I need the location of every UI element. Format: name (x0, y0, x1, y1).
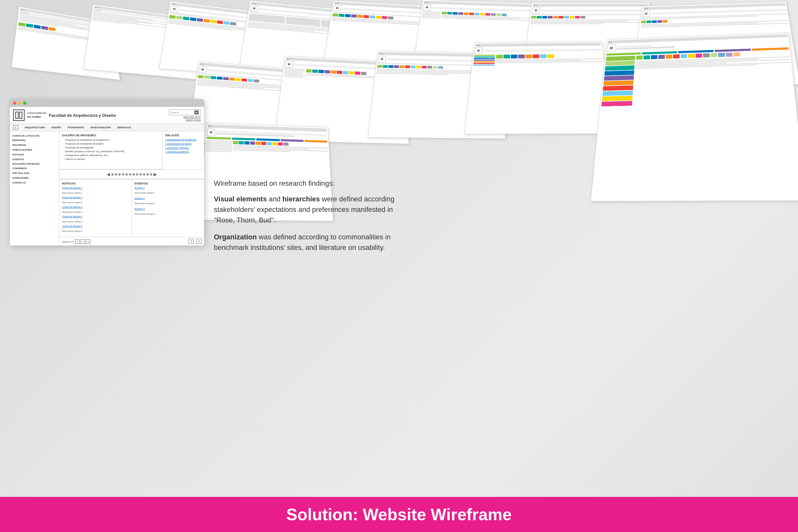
news-title-1[interactable]: •Título de Noticia 2 (62, 196, 129, 199)
wireframe-page-12: M (464, 41, 612, 134)
news-item-3: •Título de Noticia 5 Texto breve noticia… (62, 215, 129, 224)
search-box: Buscar... ▶ (169, 110, 201, 115)
sidebar-item-2[interactable]: RECURSOS (13, 142, 57, 148)
wireframe-page-13: M (590, 33, 798, 202)
logo-area: Universidad de los Andes Facultad de Arq… (13, 110, 116, 121)
faculty-title: Facultad de Arquitectura y Diseño (49, 113, 116, 118)
wireframe-nav: ⌂ ARQUITECTURA DISEÑO POSGRADOS INVESTIG… (10, 124, 204, 131)
desc-para-1: Visual elements and hierarchies were def… (214, 194, 399, 225)
dot-yellow (18, 101, 21, 105)
sidebar-item-9[interactable]: DONACIONES (13, 175, 57, 180)
instagram-icon[interactable]: fi (86, 239, 90, 244)
gallery-dot-4[interactable] (122, 173, 124, 175)
gallery-dot-5[interactable] (126, 173, 128, 175)
gallery-dot-2[interactable] (115, 173, 117, 175)
gallery-item-2: - Proyectos de investigación (64, 146, 160, 150)
wireframe-main-content: GALERÍA DE IMÁGENES: - Proyectos de estu… (59, 131, 204, 245)
home-icon[interactable]: ⌂ (13, 125, 18, 130)
sidebar-item-3[interactable]: PUBLICACIONES (13, 148, 57, 152)
nav-servicios[interactable]: SERVICIOS (117, 126, 131, 129)
wireframe-titlebar (10, 99, 204, 107)
social-area: Sígnanos en: f t fi (62, 239, 90, 244)
news-item-1: •Título de Noticia 2 Texto breve noticia… (62, 196, 129, 205)
links-section: ENLACES • Departamento de Arquitectura •… (163, 131, 204, 169)
sidebar-item-1[interactable]: PERSONAL (13, 138, 57, 142)
gallery-dot-6[interactable] (129, 173, 131, 175)
bottom-bar: Solution: Website Wireframe (0, 497, 798, 532)
news-title-4[interactable]: •Título de Noticia 5 (62, 225, 129, 228)
news-title-0[interactable]: •Título de Noticia 1 (62, 186, 129, 189)
gallery-item-3: - Eventos (propios y externos -Ej.: prem… (64, 150, 160, 153)
gallery-prev[interactable]: ◀ (107, 172, 110, 177)
news-title-3[interactable]: •Título de Noticia 5 (62, 215, 129, 218)
gallery-dot-8[interactable] (136, 173, 138, 175)
description-area: Wireframe based on research findings: Vi… (214, 179, 399, 259)
sidebar-item-7[interactable]: CONVENIOS (13, 166, 57, 171)
sidebar-item-0[interactable]: ACERCA DE LA FACULTAD (13, 134, 57, 138)
gallery-dot-7[interactable] (132, 173, 135, 175)
search-area: Buscar... ▶ MAPA DEL SITIO English versi… (169, 110, 201, 121)
link-item-3[interactable]: • Calendario académico (165, 150, 202, 153)
gallery-item-4: - Instalaciones (talleres, laboratorios,… (64, 153, 160, 157)
news-title-2[interactable]: •Título de Noticia 3 (62, 206, 129, 208)
news-desc-1: Texto breve noticia 2 (62, 202, 82, 204)
search-button[interactable]: ▶ (194, 110, 198, 114)
sidebar-item-6[interactable]: EDUCACIÓN CONTINUADA (13, 162, 57, 166)
gallery-item-5: - Vida en el campus (64, 157, 160, 161)
gallery-next[interactable]: ▶ (154, 172, 157, 177)
gallery-pagination: ◀ ▶ (59, 170, 204, 179)
event-item-1: •Evento 2 Texto breve evento 2 (134, 197, 202, 206)
event-desc-1: Texto breve evento 2 (134, 202, 155, 205)
links-title: ENLACES (165, 134, 202, 137)
gallery-item-1: - Proyectos de estudiantes de Diseño (64, 142, 160, 146)
desc-para-2: Organization was defined according to co… (214, 232, 399, 253)
desc-hierarchies: hierarchies (283, 195, 320, 203)
event-name-2[interactable]: •Evento 3 (134, 207, 202, 210)
sidebar-item-8[interactable]: PDF 2011-2015 (13, 171, 57, 175)
nav-investigacion[interactable]: INVESTIGACIÓN (91, 126, 111, 129)
english-version-link[interactable]: English version (186, 119, 201, 121)
event-name-1[interactable]: •Evento 2 (134, 197, 202, 200)
noticias-title: NOTICIAS (62, 182, 129, 185)
gallery-dot-12[interactable] (150, 173, 152, 175)
social-label: Sígnanos en: (62, 241, 74, 243)
eventos-section: EVENTOS •Evento 1 Texto breve evento 1 •… (132, 179, 204, 237)
noticias-section: NOTICIAS •Título de Noticia 1 Texto brev… (59, 179, 132, 237)
gallery-dot-3[interactable] (118, 173, 121, 175)
twitter-icon[interactable]: t (80, 239, 85, 244)
sidebar-item-10[interactable]: CONTACTO (13, 180, 57, 185)
wireframe-header: Universidad de los Andes Facultad de Arq… (10, 107, 204, 124)
bottom-bar-title: Solution: Website Wireframe (286, 505, 512, 524)
wireframe-body: Universidad de los Andes Facultad de Arq… (10, 107, 204, 245)
event-desc-0: Texto breve evento 1 (134, 192, 155, 194)
map-link[interactable]: MAPA DEL SITIO (184, 116, 201, 118)
gallery-dot-11[interactable] (147, 173, 149, 175)
link-item-2[interactable]: • Admisiones y Registro (165, 147, 202, 150)
main-wireframe: Universidad de los Andes Facultad de Arq… (10, 99, 204, 246)
desc-intro: Wireframe based on research findings: (214, 179, 399, 189)
eventos-title: EVENTOS (134, 182, 202, 185)
gallery-dot-1[interactable] (111, 173, 114, 175)
news-desc-0: Texto breve noticia 1 (62, 192, 82, 194)
gallery-dot-10[interactable] (143, 173, 145, 175)
event-item-0: •Evento 1 Texto breve evento 1 (134, 186, 202, 195)
facebook-icon[interactable]: f (75, 239, 79, 244)
nav-posgrados[interactable]: POSGRADOS (68, 126, 84, 129)
desc-organization: Organization (214, 233, 256, 241)
logo-icon (13, 110, 24, 121)
event-desc-2: Texto breve evento 3 (134, 213, 155, 215)
link-item-0[interactable]: • Departamento de Arquitectura (165, 138, 202, 141)
news-desc-4: Texto breve noticia 5 (62, 230, 82, 232)
event-name-0[interactable]: •Evento 1 (134, 186, 202, 189)
add-noticias-button[interactable]: + (189, 239, 194, 244)
sidebar-item-5[interactable]: EVENTOS (13, 157, 57, 162)
svg-rect-1 (19, 112, 22, 118)
nav-arquitectura[interactable]: ARQUITECTURA (24, 126, 45, 129)
sidebar-item-4[interactable]: NOTICIAS (13, 152, 57, 157)
gallery-dot-9[interactable] (139, 173, 142, 175)
add-eventos-button[interactable]: + (196, 239, 202, 244)
nav-diseno[interactable]: DISEÑO (51, 126, 61, 129)
news-desc-3: Texto breve noticia 4 (62, 221, 82, 223)
event-item-2: •Evento 3 Texto breve evento 3 (134, 207, 202, 216)
link-item-1[interactable]: • Departamento de Diseño (165, 142, 202, 146)
